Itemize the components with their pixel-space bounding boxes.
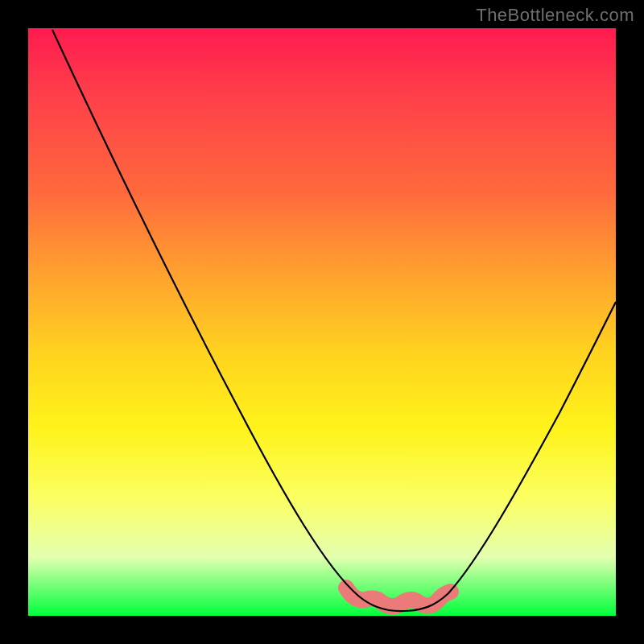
watermark-text: TheBottleneck.com bbox=[476, 5, 634, 26]
plot-area bbox=[28, 28, 616, 616]
curve-layer bbox=[28, 28, 616, 616]
chart-frame: TheBottleneck.com bbox=[0, 0, 644, 644]
bottleneck-curve bbox=[52, 30, 616, 611]
